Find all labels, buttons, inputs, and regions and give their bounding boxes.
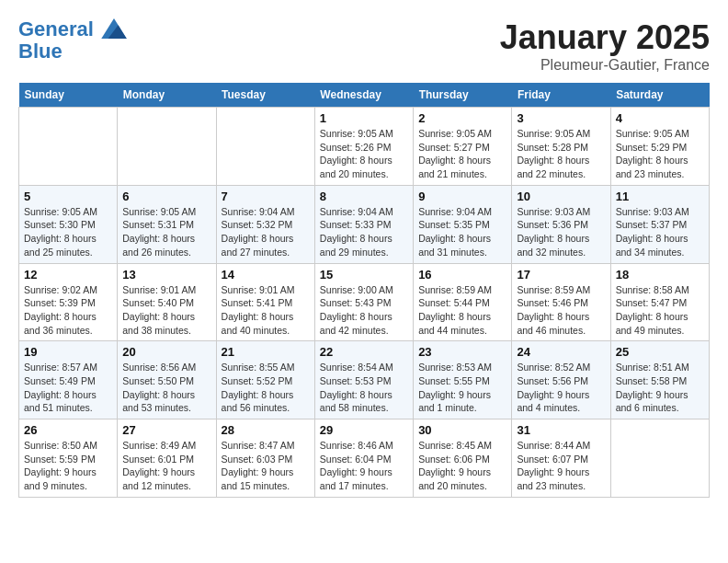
day-number: 17 bbox=[517, 268, 605, 282]
day-info: Sunrise: 8:45 AM Sunset: 6:06 PM Dayligh… bbox=[418, 439, 506, 493]
day-info: Sunrise: 8:52 AM Sunset: 5:56 PM Dayligh… bbox=[517, 361, 605, 415]
calendar-cell: 17Sunrise: 8:59 AM Sunset: 5:46 PM Dayli… bbox=[512, 263, 610, 341]
calendar-cell: 31Sunrise: 8:44 AM Sunset: 6:07 PM Dayli… bbox=[512, 419, 610, 498]
day-number: 16 bbox=[418, 268, 506, 282]
day-info: Sunrise: 9:04 AM Sunset: 5:32 PM Dayligh… bbox=[222, 205, 310, 259]
day-info: Sunrise: 9:01 AM Sunset: 5:40 PM Dayligh… bbox=[122, 283, 210, 338]
calendar-week-row: 1Sunrise: 9:05 AM Sunset: 5:26 PM Daylig… bbox=[19, 108, 710, 186]
calendar-cell: 29Sunrise: 8:46 AM Sunset: 6:04 PM Dayli… bbox=[314, 419, 413, 498]
day-info: Sunrise: 8:54 AM Sunset: 5:53 PM Dayligh… bbox=[320, 361, 408, 415]
day-info: Sunrise: 9:05 AM Sunset: 5:27 PM Dayligh… bbox=[418, 127, 506, 181]
calendar-cell: 15Sunrise: 9:00 AM Sunset: 5:43 PM Dayli… bbox=[314, 263, 413, 341]
day-info: Sunrise: 8:47 AM Sunset: 6:03 PM Dayligh… bbox=[222, 439, 310, 493]
calendar-cell: 9Sunrise: 9:04 AM Sunset: 5:35 PM Daylig… bbox=[414, 185, 512, 263]
day-info: Sunrise: 9:05 AM Sunset: 5:29 PM Dayligh… bbox=[616, 127, 704, 181]
day-info: Sunrise: 8:44 AM Sunset: 6:07 PM Dayligh… bbox=[517, 439, 605, 493]
calendar-cell: 5Sunrise: 9:05 AM Sunset: 5:30 PM Daylig… bbox=[19, 185, 118, 263]
day-number: 19 bbox=[24, 345, 112, 359]
day-info: Sunrise: 9:05 AM Sunset: 5:28 PM Dayligh… bbox=[517, 127, 605, 181]
calendar-cell: 18Sunrise: 8:58 AM Sunset: 5:47 PM Dayli… bbox=[610, 263, 709, 341]
day-info: Sunrise: 9:01 AM Sunset: 5:41 PM Dayligh… bbox=[222, 283, 310, 338]
calendar-cell: 27Sunrise: 8:49 AM Sunset: 6:01 PM Dayli… bbox=[118, 419, 216, 498]
calendar-cell: 3Sunrise: 9:05 AM Sunset: 5:28 PM Daylig… bbox=[512, 108, 610, 186]
day-number: 28 bbox=[222, 423, 310, 437]
day-number: 20 bbox=[122, 345, 210, 359]
calendar-cell: 20Sunrise: 8:56 AM Sunset: 5:50 PM Dayli… bbox=[118, 341, 216, 419]
weekday-header: Friday bbox=[512, 83, 610, 108]
day-info: Sunrise: 9:02 AM Sunset: 5:39 PM Dayligh… bbox=[24, 283, 112, 338]
day-info: Sunrise: 9:05 AM Sunset: 5:30 PM Dayligh… bbox=[24, 205, 112, 259]
title-block: January 2025 Pleumeur-Gautier, France bbox=[500, 18, 710, 74]
calendar-cell: 25Sunrise: 8:51 AM Sunset: 5:58 PM Dayli… bbox=[610, 341, 709, 419]
day-info: Sunrise: 9:00 AM Sunset: 5:43 PM Dayligh… bbox=[320, 283, 408, 338]
day-info: Sunrise: 8:55 AM Sunset: 5:52 PM Dayligh… bbox=[222, 361, 310, 415]
day-info: Sunrise: 8:53 AM Sunset: 5:55 PM Dayligh… bbox=[418, 361, 506, 415]
day-info: Sunrise: 8:58 AM Sunset: 5:47 PM Dayligh… bbox=[616, 283, 704, 338]
calendar-cell: 24Sunrise: 8:52 AM Sunset: 5:56 PM Dayli… bbox=[512, 341, 610, 419]
day-number: 29 bbox=[320, 423, 408, 437]
day-info: Sunrise: 8:59 AM Sunset: 5:46 PM Dayligh… bbox=[517, 283, 605, 338]
calendar-cell: 1Sunrise: 9:05 AM Sunset: 5:26 PM Daylig… bbox=[314, 108, 413, 186]
day-number: 11 bbox=[616, 190, 704, 203]
day-number: 30 bbox=[418, 423, 506, 437]
weekday-header: Wednesday bbox=[314, 83, 413, 108]
day-info: Sunrise: 8:46 AM Sunset: 6:04 PM Dayligh… bbox=[320, 439, 408, 493]
calendar-cell bbox=[19, 108, 118, 186]
day-number: 12 bbox=[24, 268, 112, 282]
calendar-week-row: 5Sunrise: 9:05 AM Sunset: 5:30 PM Daylig… bbox=[19, 185, 710, 263]
calendar-cell: 14Sunrise: 9:01 AM Sunset: 5:41 PM Dayli… bbox=[216, 263, 314, 341]
day-info: Sunrise: 9:03 AM Sunset: 5:37 PM Dayligh… bbox=[616, 205, 704, 259]
calendar-cell: 28Sunrise: 8:47 AM Sunset: 6:03 PM Dayli… bbox=[216, 419, 314, 498]
day-info: Sunrise: 8:56 AM Sunset: 5:50 PM Dayligh… bbox=[122, 361, 210, 415]
weekday-header: Saturday bbox=[610, 83, 709, 108]
day-info: Sunrise: 8:50 AM Sunset: 5:59 PM Dayligh… bbox=[24, 439, 112, 493]
weekday-header-row: SundayMondayTuesdayWednesdayThursdayFrid… bbox=[19, 83, 710, 108]
day-number: 27 bbox=[122, 423, 210, 437]
day-info: Sunrise: 8:59 AM Sunset: 5:44 PM Dayligh… bbox=[418, 283, 506, 338]
day-number: 25 bbox=[616, 345, 704, 359]
day-number: 6 bbox=[122, 190, 210, 203]
location-subtitle: Pleumeur-Gautier, France bbox=[500, 57, 710, 74]
calendar-cell: 7Sunrise: 9:04 AM Sunset: 5:32 PM Daylig… bbox=[216, 185, 314, 263]
weekday-header: Thursday bbox=[414, 83, 512, 108]
day-number: 22 bbox=[320, 345, 408, 359]
day-info: Sunrise: 9:05 AM Sunset: 5:26 PM Dayligh… bbox=[320, 127, 408, 181]
weekday-header: Monday bbox=[118, 83, 216, 108]
calendar-cell: 30Sunrise: 8:45 AM Sunset: 6:06 PM Dayli… bbox=[414, 419, 512, 498]
calendar-cell: 4Sunrise: 9:05 AM Sunset: 5:29 PM Daylig… bbox=[610, 108, 709, 186]
day-info: Sunrise: 8:51 AM Sunset: 5:58 PM Dayligh… bbox=[616, 361, 704, 415]
day-number: 4 bbox=[616, 111, 704, 125]
calendar-table: SundayMondayTuesdayWednesdayThursdayFrid… bbox=[18, 83, 710, 498]
day-info: Sunrise: 9:05 AM Sunset: 5:31 PM Dayligh… bbox=[122, 205, 210, 259]
logo: General Blue bbox=[18, 18, 127, 63]
day-info: Sunrise: 8:49 AM Sunset: 6:01 PM Dayligh… bbox=[122, 439, 210, 493]
day-info: Sunrise: 9:03 AM Sunset: 5:36 PM Dayligh… bbox=[517, 205, 605, 259]
day-number: 21 bbox=[222, 345, 310, 359]
weekday-header: Tuesday bbox=[216, 83, 314, 108]
calendar-cell: 10Sunrise: 9:03 AM Sunset: 5:36 PM Dayli… bbox=[512, 185, 610, 263]
day-number: 10 bbox=[517, 190, 605, 203]
day-number: 3 bbox=[517, 111, 605, 125]
day-number: 26 bbox=[24, 423, 112, 437]
day-number: 24 bbox=[517, 345, 605, 359]
calendar-week-row: 19Sunrise: 8:57 AM Sunset: 5:49 PM Dayli… bbox=[19, 341, 710, 419]
calendar-cell: 19Sunrise: 8:57 AM Sunset: 5:49 PM Dayli… bbox=[19, 341, 118, 419]
calendar-cell bbox=[610, 419, 709, 498]
calendar-cell: 2Sunrise: 9:05 AM Sunset: 5:27 PM Daylig… bbox=[414, 108, 512, 186]
day-number: 9 bbox=[418, 190, 506, 203]
calendar-cell: 26Sunrise: 8:50 AM Sunset: 5:59 PM Dayli… bbox=[19, 419, 118, 498]
logo-text: General bbox=[18, 18, 127, 40]
month-title: January 2025 bbox=[500, 18, 710, 57]
calendar-cell: 6Sunrise: 9:05 AM Sunset: 5:31 PM Daylig… bbox=[118, 185, 216, 263]
calendar-cell: 23Sunrise: 8:53 AM Sunset: 5:55 PM Dayli… bbox=[414, 341, 512, 419]
day-number: 13 bbox=[122, 268, 210, 282]
day-number: 14 bbox=[222, 268, 310, 282]
calendar-cell: 22Sunrise: 8:54 AM Sunset: 5:53 PM Dayli… bbox=[314, 341, 413, 419]
day-number: 23 bbox=[418, 345, 506, 359]
calendar-cell: 12Sunrise: 9:02 AM Sunset: 5:39 PM Dayli… bbox=[19, 263, 118, 341]
logo-blue: Blue bbox=[18, 40, 127, 63]
day-number: 2 bbox=[418, 111, 506, 125]
day-info: Sunrise: 9:04 AM Sunset: 5:33 PM Dayligh… bbox=[320, 205, 408, 259]
day-number: 7 bbox=[222, 190, 310, 203]
calendar-week-row: 12Sunrise: 9:02 AM Sunset: 5:39 PM Dayli… bbox=[19, 263, 710, 341]
